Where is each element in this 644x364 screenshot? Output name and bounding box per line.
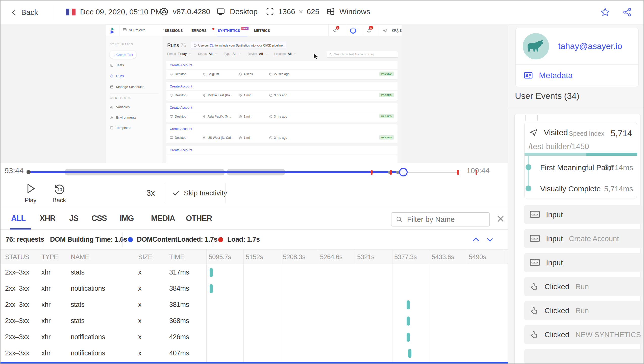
run-card[interactable]: Create Account Desktop Belgium 4 secs 27… <box>166 61 398 79</box>
france-flag-icon <box>66 9 76 15</box>
network-tab-media[interactable]: MEDIA <box>151 214 175 223</box>
sidebar-item-templates[interactable]: Templates <box>110 126 131 130</box>
network-filter-input[interactable] <box>407 215 483 224</box>
filter-type[interactable]: Type All <box>224 52 241 56</box>
run-card[interactable]: Create Account Desktop Asia Pacific (M..… <box>166 103 398 122</box>
announcements-badge: 1 <box>336 26 339 30</box>
timeline-playhead[interactable] <box>399 168 408 176</box>
timeline-progress[interactable] <box>28 171 404 173</box>
run-name-link[interactable]: Create Account <box>170 127 192 131</box>
close-panel-icon[interactable] <box>496 214 505 223</box>
run-card[interactable]: Create Account <box>166 146 398 163</box>
timeline-remaining[interactable] <box>404 172 459 173</box>
run-name-link[interactable]: Create Account <box>170 148 192 152</box>
app-tab-metrics[interactable]: METRICS <box>254 29 270 33</box>
sidebar-item-tests[interactable]: Tests <box>110 63 124 67</box>
filter-status[interactable]: Status All <box>198 52 217 56</box>
runs-search-box[interactable]: Search by Test Name or #Tag <box>327 51 398 58</box>
favorite-star-icon[interactable] <box>600 7 610 17</box>
app-tab-sessions[interactable]: SESSIONS <box>165 29 183 33</box>
announcements-icon[interactable]: 1 <box>333 28 338 33</box>
network-request-row[interactable]: 2xx–3xx xhr stats x 317ms <box>1 264 508 281</box>
map-pin-icon <box>203 115 206 118</box>
network-filter-box <box>391 212 490 226</box>
filter-period[interactable]: Period Today <box>167 52 191 56</box>
cell-size: x <box>138 268 141 276</box>
sidebar-item-runs-label: Runs <box>116 74 124 78</box>
id-card-icon <box>523 71 533 80</box>
metadata-button[interactable]: Metadata <box>523 71 573 80</box>
event-item-clicked[interactable]: Clicked Run <box>524 277 642 296</box>
cell-status: 2xx–3xx <box>5 268 29 276</box>
col-type[interactable]: TYPE <box>41 253 58 261</box>
network-request-row[interactable]: 2xx–3xx xhr notifications x 384ms <box>1 281 508 297</box>
event-item-input[interactable]: Input <box>524 253 642 272</box>
sidebar-item-variables[interactable]: Variables <box>110 105 130 109</box>
col-name[interactable]: NAME <box>71 253 89 261</box>
horizontal-scrollbar[interactable] <box>1 362 508 364</box>
visited-event-card[interactable]: Visited Speed Index 5,714 /test-builder/… <box>524 123 637 198</box>
run-name-link[interactable]: Create Account <box>170 63 192 67</box>
user-email[interactable]: tahay@asayer.io <box>558 41 622 51</box>
event-type: Input <box>546 258 563 267</box>
play-button[interactable]: Play <box>24 181 37 204</box>
run-card[interactable]: Create Account Desktop US West (N. Cal..… <box>166 124 398 143</box>
time-col-label: 5490s <box>469 253 486 261</box>
sidebar-item-manage-schedules[interactable]: Manage Schedules <box>110 85 144 89</box>
network-tab-js[interactable]: JS <box>69 214 78 223</box>
divider <box>110 94 158 94</box>
run-name-link[interactable]: Create Account <box>170 84 192 88</box>
divider <box>508 109 644 109</box>
speed-toggle[interactable]: 3x <box>146 189 155 198</box>
replayed-app-screen: All Projects SESSIONS ERRORS SYNTHETICS … <box>106 25 402 163</box>
event-item-clicked[interactable]: Clicked NEW SYNTHETICS <box>524 325 642 344</box>
event-detail: NEW SYNTHETICS <box>575 331 641 339</box>
sidebar-item-runs[interactable]: Runs <box>110 74 124 78</box>
app-tab-synthetics[interactable]: SYNTHETICS <box>218 29 240 33</box>
notifications-bell-icon[interactable]: 33 <box>366 28 372 33</box>
network-request-row[interactable]: 2xx–3xx xhr stats x 368ms <box>1 313 508 329</box>
network-request-row[interactable]: 2xx–3xx xhr notifications x 426ms <box>1 329 508 345</box>
jump-prev-icon[interactable] <box>471 235 481 244</box>
network-tab-all[interactable]: ALL <box>11 214 26 223</box>
replay-mouse-cursor <box>313 53 319 60</box>
network-request-row[interactable]: 2xx–3xx xhr stats x 381ms <box>1 297 508 313</box>
jump-next-icon[interactable] <box>485 235 495 244</box>
back-10-button[interactable]: 10 Back <box>53 181 66 204</box>
network-tab-xhr[interactable]: XHR <box>40 214 55 223</box>
network-request-row[interactable]: 2xx–3xx xhr notifications x 407ms <box>1 345 508 361</box>
resolution-height: 625 <box>307 7 319 16</box>
col-size[interactable]: SIZE <box>138 253 152 261</box>
timeline-error-marker[interactable] <box>371 170 373 175</box>
kebab-menu-icon[interactable] <box>396 28 400 33</box>
event-item-input[interactable]: Input Create Account <box>524 229 642 248</box>
sidebar-item-environments[interactable]: Environments <box>110 116 136 119</box>
event-type: Input <box>546 210 563 219</box>
network-tabs-row: ALL XHR JS CSS IMG MEDIA OTHER <box>1 208 508 230</box>
timeline-error-marker[interactable] <box>457 170 459 175</box>
event-item-partial[interactable] <box>524 349 642 364</box>
network-tab-other[interactable]: OTHER <box>186 214 212 223</box>
settings-gear-icon[interactable] <box>382 28 388 33</box>
filter-location[interactable]: Location All <box>274 52 296 56</box>
map-pin-icon <box>203 136 206 140</box>
project-selector[interactable]: All Projects <box>123 28 166 32</box>
network-tab-img[interactable]: IMG <box>120 214 134 223</box>
create-test-button[interactable]: + Create Test <box>110 51 136 59</box>
filter-device[interactable]: Device All <box>248 52 268 56</box>
skip-inactivity-checkbox[interactable]: Skip Inactivity <box>172 189 227 197</box>
col-status[interactable]: STATUS <box>5 253 29 261</box>
col-time[interactable]: TIME <box>169 253 184 261</box>
network-tab-css[interactable]: CSS <box>91 214 107 223</box>
app-tab-errors[interactable]: ERRORS <box>191 29 207 33</box>
run-card[interactable]: Create Account Desktop Middle East (Ba..… <box>166 82 398 101</box>
cli-link[interactable]: CLI <box>210 44 214 47</box>
event-item-input[interactable]: Input <box>524 205 642 224</box>
share-icon[interactable] <box>622 7 632 17</box>
run-name-link[interactable]: Create Account <box>170 106 192 109</box>
timeline-error-marker[interactable] <box>390 170 392 175</box>
event-item-clicked[interactable]: Clicked Run <box>524 301 642 320</box>
metric-dot <box>526 186 531 191</box>
back-button[interactable]: Back <box>10 8 38 17</box>
timeline-bar: 93:44 109:44 <box>1 163 508 178</box>
